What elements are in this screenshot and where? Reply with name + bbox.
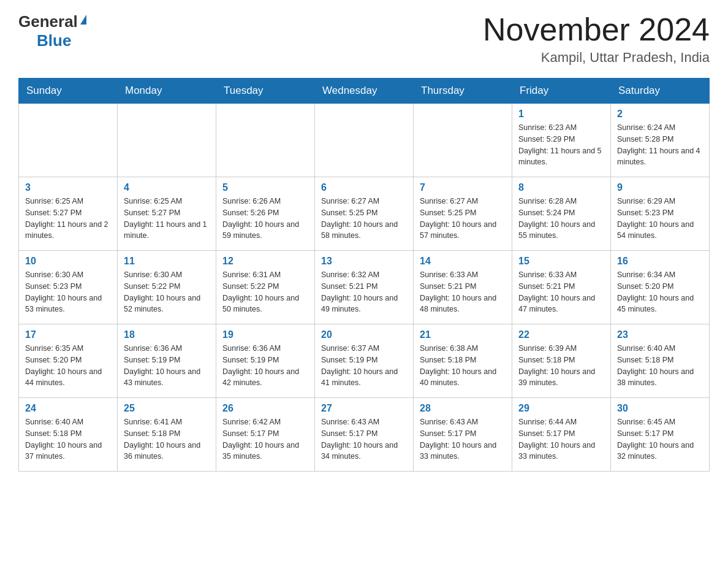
day-info: Sunrise: 6:40 AM Sunset: 5:18 PM Dayligh… — [25, 416, 111, 462]
calendar-cell: 20Sunrise: 6:37 AM Sunset: 5:19 PM Dayli… — [315, 324, 414, 398]
calendar-cell: 22Sunrise: 6:39 AM Sunset: 5:18 PM Dayli… — [512, 324, 611, 398]
week-row: 10Sunrise: 6:30 AM Sunset: 5:23 PM Dayli… — [19, 251, 710, 324]
calendar-cell: 12Sunrise: 6:31 AM Sunset: 5:22 PM Dayli… — [216, 251, 315, 324]
day-info: Sunrise: 6:37 AM Sunset: 5:19 PM Dayligh… — [321, 343, 407, 389]
day-info: Sunrise: 6:36 AM Sunset: 5:19 PM Dayligh… — [222, 343, 308, 389]
calendar-cell — [216, 104, 315, 177]
calendar-cell: 24Sunrise: 6:40 AM Sunset: 5:18 PM Dayli… — [19, 398, 118, 472]
week-row: 1Sunrise: 6:23 AM Sunset: 5:29 PM Daylig… — [19, 104, 710, 177]
day-info: Sunrise: 6:32 AM Sunset: 5:21 PM Dayligh… — [321, 269, 407, 315]
day-info: Sunrise: 6:36 AM Sunset: 5:19 PM Dayligh… — [124, 343, 210, 389]
calendar-cell: 29Sunrise: 6:44 AM Sunset: 5:17 PM Dayli… — [512, 398, 611, 472]
day-number: 9 — [617, 182, 703, 193]
day-info: Sunrise: 6:42 AM Sunset: 5:17 PM Dayligh… — [222, 416, 308, 462]
calendar-cell: 13Sunrise: 6:32 AM Sunset: 5:21 PM Dayli… — [315, 251, 414, 324]
day-info: Sunrise: 6:31 AM Sunset: 5:22 PM Dayligh… — [222, 269, 308, 315]
day-number: 13 — [321, 256, 407, 267]
day-info: Sunrise: 6:44 AM Sunset: 5:17 PM Dayligh… — [518, 416, 604, 462]
day-number: 18 — [124, 329, 210, 340]
page-header: General Blue November 2024 Kampil, Uttar… — [18, 12, 710, 66]
day-number: 21 — [420, 329, 506, 340]
day-of-week-header: Friday — [512, 79, 611, 104]
calendar-cell: 21Sunrise: 6:38 AM Sunset: 5:18 PM Dayli… — [414, 324, 512, 398]
day-number: 15 — [518, 256, 604, 267]
calendar-cell — [118, 104, 216, 177]
day-info: Sunrise: 6:33 AM Sunset: 5:21 PM Dayligh… — [518, 269, 604, 315]
calendar-cell: 18Sunrise: 6:36 AM Sunset: 5:19 PM Dayli… — [118, 324, 216, 398]
calendar-cell — [19, 104, 118, 177]
day-number: 22 — [518, 329, 604, 340]
logo-blue-text: Blue — [37, 31, 71, 50]
day-info: Sunrise: 6:33 AM Sunset: 5:21 PM Dayligh… — [420, 269, 506, 315]
day-info: Sunrise: 6:38 AM Sunset: 5:18 PM Dayligh… — [420, 343, 506, 389]
day-of-week-header: Wednesday — [315, 79, 414, 104]
calendar-cell: 4Sunrise: 6:25 AM Sunset: 5:27 PM Daylig… — [118, 177, 216, 251]
day-info: Sunrise: 6:26 AM Sunset: 5:26 PM Dayligh… — [222, 196, 308, 242]
calendar-cell: 14Sunrise: 6:33 AM Sunset: 5:21 PM Dayli… — [414, 251, 512, 324]
day-info: Sunrise: 6:41 AM Sunset: 5:18 PM Dayligh… — [124, 416, 210, 462]
day-number: 27 — [321, 403, 407, 414]
week-row: 17Sunrise: 6:35 AM Sunset: 5:20 PM Dayli… — [19, 324, 710, 398]
calendar-header-row: SundayMondayTuesdayWednesdayThursdayFrid… — [19, 79, 710, 104]
calendar-cell: 11Sunrise: 6:30 AM Sunset: 5:22 PM Dayli… — [118, 251, 216, 324]
day-number: 23 — [617, 329, 703, 340]
calendar-table: SundayMondayTuesdayWednesdayThursdayFrid… — [18, 78, 710, 472]
day-number: 8 — [518, 182, 604, 193]
day-of-week-header: Monday — [118, 79, 216, 104]
day-of-week-header: Tuesday — [216, 79, 315, 104]
week-row: 24Sunrise: 6:40 AM Sunset: 5:18 PM Dayli… — [19, 398, 710, 472]
day-info: Sunrise: 6:35 AM Sunset: 5:20 PM Dayligh… — [25, 343, 111, 389]
day-info: Sunrise: 6:43 AM Sunset: 5:17 PM Dayligh… — [420, 416, 506, 462]
day-info: Sunrise: 6:39 AM Sunset: 5:18 PM Dayligh… — [518, 343, 604, 389]
day-number: 30 — [617, 403, 703, 414]
calendar-cell: 17Sunrise: 6:35 AM Sunset: 5:20 PM Dayli… — [19, 324, 118, 398]
calendar-cell — [315, 104, 414, 177]
day-info: Sunrise: 6:24 AM Sunset: 5:28 PM Dayligh… — [617, 122, 703, 168]
day-number: 20 — [321, 329, 407, 340]
day-number: 24 — [25, 403, 111, 414]
calendar-cell: 3Sunrise: 6:25 AM Sunset: 5:27 PM Daylig… — [19, 177, 118, 251]
day-number: 2 — [617, 109, 703, 120]
title-area: November 2024 Kampil, Uttar Pradesh, Ind… — [483, 12, 710, 66]
calendar-cell: 2Sunrise: 6:24 AM Sunset: 5:28 PM Daylig… — [611, 104, 710, 177]
day-info: Sunrise: 6:27 AM Sunset: 5:25 PM Dayligh… — [420, 196, 506, 242]
day-info: Sunrise: 6:25 AM Sunset: 5:27 PM Dayligh… — [25, 196, 111, 242]
calendar-cell: 16Sunrise: 6:34 AM Sunset: 5:20 PM Dayli… — [611, 251, 710, 324]
day-number: 29 — [518, 403, 604, 414]
day-info: Sunrise: 6:23 AM Sunset: 5:29 PM Dayligh… — [518, 122, 604, 168]
week-row: 3Sunrise: 6:25 AM Sunset: 5:27 PM Daylig… — [19, 177, 710, 251]
day-number: 16 — [617, 256, 703, 267]
calendar-cell: 10Sunrise: 6:30 AM Sunset: 5:23 PM Dayli… — [19, 251, 118, 324]
day-info: Sunrise: 6:30 AM Sunset: 5:23 PM Dayligh… — [25, 269, 111, 315]
day-number: 5 — [222, 182, 308, 193]
day-info: Sunrise: 6:27 AM Sunset: 5:25 PM Dayligh… — [321, 196, 407, 242]
day-number: 10 — [25, 256, 111, 267]
calendar-cell: 15Sunrise: 6:33 AM Sunset: 5:21 PM Dayli… — [512, 251, 611, 324]
day-number: 25 — [124, 403, 210, 414]
calendar-cell: 27Sunrise: 6:43 AM Sunset: 5:17 PM Dayli… — [315, 398, 414, 472]
logo-triangle-icon — [80, 15, 86, 25]
day-info: Sunrise: 6:43 AM Sunset: 5:17 PM Dayligh… — [321, 416, 407, 462]
day-info: Sunrise: 6:40 AM Sunset: 5:18 PM Dayligh… — [617, 343, 703, 389]
day-number: 11 — [124, 256, 210, 267]
month-title: November 2024 — [483, 12, 710, 47]
calendar-cell: 8Sunrise: 6:28 AM Sunset: 5:24 PM Daylig… — [512, 177, 611, 251]
day-of-week-header: Thursday — [414, 79, 512, 104]
logo: General Blue — [18, 12, 86, 50]
calendar-cell: 5Sunrise: 6:26 AM Sunset: 5:26 PM Daylig… — [216, 177, 315, 251]
day-info: Sunrise: 6:25 AM Sunset: 5:27 PM Dayligh… — [124, 196, 210, 242]
day-info: Sunrise: 6:45 AM Sunset: 5:17 PM Dayligh… — [617, 416, 703, 462]
day-number: 7 — [420, 182, 506, 193]
location-title: Kampil, Uttar Pradesh, India — [483, 50, 710, 66]
day-of-week-header: Sunday — [19, 79, 118, 104]
day-number: 19 — [222, 329, 308, 340]
day-info: Sunrise: 6:28 AM Sunset: 5:24 PM Dayligh… — [518, 196, 604, 242]
calendar-cell: 25Sunrise: 6:41 AM Sunset: 5:18 PM Dayli… — [118, 398, 216, 472]
day-number: 14 — [420, 256, 506, 267]
calendar-cell: 1Sunrise: 6:23 AM Sunset: 5:29 PM Daylig… — [512, 104, 611, 177]
calendar-cell: 6Sunrise: 6:27 AM Sunset: 5:25 PM Daylig… — [315, 177, 414, 251]
calendar-cell: 28Sunrise: 6:43 AM Sunset: 5:17 PM Dayli… — [414, 398, 512, 472]
day-number: 4 — [124, 182, 210, 193]
day-number: 3 — [25, 182, 111, 193]
day-number: 12 — [222, 256, 308, 267]
